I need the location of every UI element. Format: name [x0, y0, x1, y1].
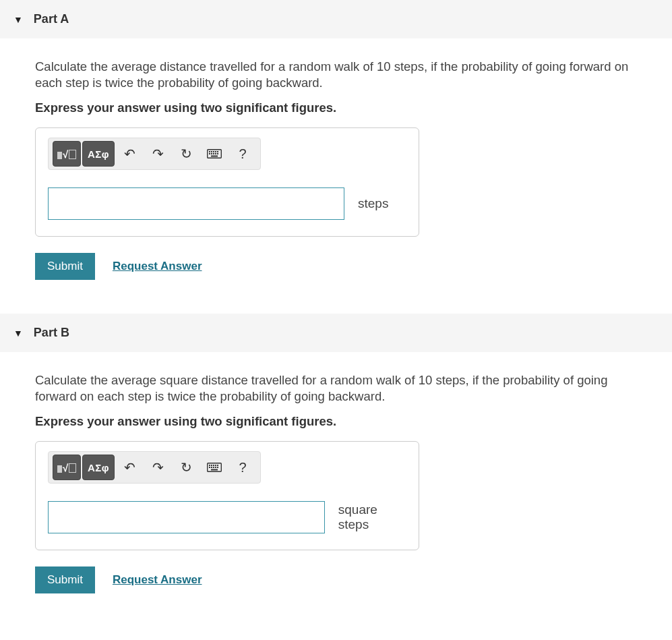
part-a-header[interactable]: ▼ Part A: [0, 0, 672, 38]
templates-button[interactable]: √: [53, 455, 81, 480]
svg-rect-15: [213, 465, 214, 466]
svg-rect-7: [211, 153, 212, 154]
svg-rect-18: [209, 467, 210, 468]
part-b-header[interactable]: ▼ Part B: [0, 314, 672, 352]
submit-button-b[interactable]: Submit: [35, 566, 95, 593]
svg-rect-19: [211, 467, 212, 468]
help-button[interactable]: ?: [229, 142, 256, 166]
redo-button[interactable]: ↷: [144, 455, 171, 479]
unit-label-a: steps: [358, 196, 388, 211]
request-answer-link-b[interactable]: Request Answer: [113, 573, 202, 587]
equation-toolbar: √ ΑΣφ ↶ ↷ ↻: [48, 138, 261, 170]
svg-rect-1: [209, 151, 210, 152]
svg-rect-2: [211, 151, 212, 152]
svg-rect-5: [217, 151, 218, 152]
svg-rect-14: [211, 465, 212, 466]
keyboard-icon: [207, 149, 222, 158]
part-a-title: Part A: [34, 12, 69, 26]
keyboard-button[interactable]: [201, 455, 228, 479]
help-button[interactable]: ?: [229, 455, 256, 479]
equation-toolbar: √ ΑΣφ ↶ ↷ ↻: [48, 451, 261, 484]
answer-box-b: √ ΑΣφ ↶ ↷ ↻: [35, 441, 419, 550]
part-a-prompt: Calculate the average distance travelled…: [35, 59, 637, 91]
reset-icon: ↻: [181, 146, 192, 162]
greek-symbols-button[interactable]: ΑΣφ: [82, 141, 115, 167]
part-b-instruction: Express your answer using two significan…: [35, 414, 637, 429]
reset-icon: ↻: [181, 459, 192, 475]
redo-button[interactable]: ↷: [144, 142, 171, 166]
undo-icon: ↶: [124, 459, 135, 475]
answer-input-a[interactable]: [48, 187, 344, 220]
svg-rect-8: [213, 153, 214, 154]
collapse-icon: ▼: [13, 14, 23, 25]
part-a-content: Calculate the average distance travelled…: [0, 38, 672, 293]
svg-rect-13: [209, 465, 210, 466]
part-b-content: Calculate the average square distance tr…: [0, 352, 672, 607]
svg-rect-4: [215, 151, 216, 152]
undo-icon: ↶: [124, 146, 135, 162]
svg-rect-11: [211, 156, 218, 157]
part-b-title: Part B: [34, 326, 69, 340]
svg-rect-20: [213, 467, 214, 468]
answer-input-b[interactable]: [48, 501, 325, 533]
svg-rect-3: [213, 151, 214, 152]
svg-rect-21: [215, 467, 216, 468]
unit-label-b: square steps: [338, 502, 406, 532]
svg-rect-23: [211, 469, 218, 471]
reset-button[interactable]: ↻: [173, 142, 200, 166]
svg-rect-17: [217, 465, 218, 466]
collapse-icon: ▼: [13, 328, 23, 339]
part-b-prompt: Calculate the average square distance tr…: [35, 372, 637, 405]
request-answer-link-a[interactable]: Request Answer: [113, 260, 202, 273]
svg-rect-10: [217, 153, 218, 154]
svg-rect-9: [215, 153, 216, 154]
reset-button[interactable]: ↻: [173, 455, 200, 479]
undo-button[interactable]: ↶: [116, 142, 143, 166]
part-a-instruction: Express your answer using two significan…: [35, 100, 637, 115]
root-template-icon: √: [57, 149, 76, 159]
keyboard-button[interactable]: [201, 142, 228, 166]
answer-box-a: √ ΑΣφ ↶ ↷ ↻: [35, 127, 419, 237]
svg-rect-6: [209, 153, 210, 154]
undo-button[interactable]: ↶: [116, 455, 143, 479]
keyboard-icon: [207, 463, 222, 472]
redo-icon: ↷: [152, 459, 164, 475]
greek-symbols-button[interactable]: ΑΣφ: [82, 455, 115, 480]
root-template-icon: √: [57, 463, 76, 473]
svg-rect-16: [215, 465, 216, 466]
svg-rect-22: [217, 467, 218, 468]
templates-button[interactable]: √: [53, 141, 81, 167]
submit-button-a[interactable]: Submit: [35, 253, 95, 280]
redo-icon: ↷: [152, 146, 164, 162]
